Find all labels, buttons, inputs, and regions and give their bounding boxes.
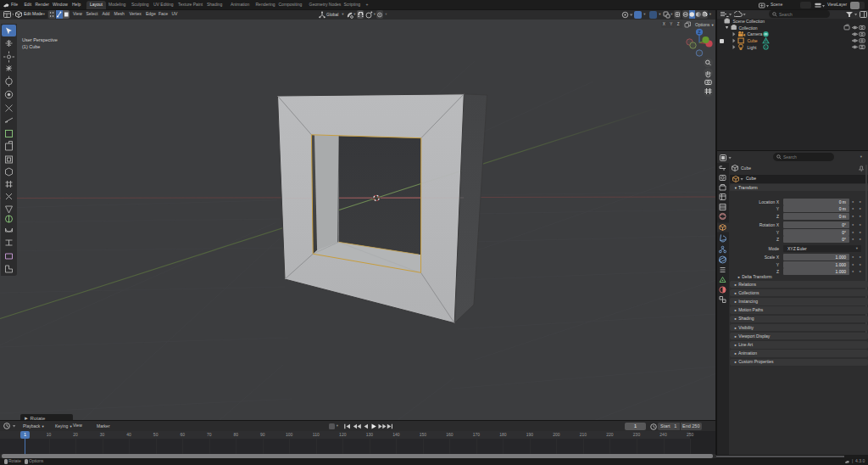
svg-text:Collection: Collection bbox=[739, 25, 758, 31]
svg-text:Camera: Camera bbox=[748, 31, 763, 36]
svg-text:Light: Light bbox=[748, 45, 757, 50]
svg-text:Cube: Cube bbox=[748, 38, 758, 43]
svg-text:Scene Collection: Scene Collection bbox=[733, 19, 765, 24]
